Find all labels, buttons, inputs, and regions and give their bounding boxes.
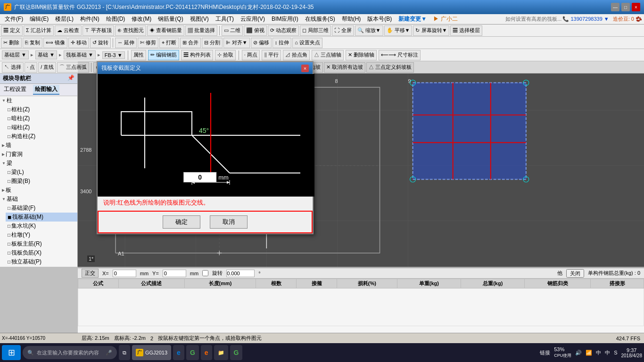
menu-component[interactable]: 构件(N) xyxy=(77,14,102,24)
menu-newchange[interactable]: 新建变更▼ xyxy=(396,14,429,24)
btn-split[interactable]: ⊟ 分割 xyxy=(202,38,223,48)
tree-raft[interactable]: ◼ 筏板基础(M) xyxy=(6,213,77,222)
btn-find[interactable]: ⊕ 查找图元 xyxy=(115,25,146,36)
btn-select[interactable]: ↖ 选择 xyxy=(2,62,24,73)
btn-cloud-check[interactable]: ☁ 云检查 xyxy=(55,25,82,36)
btn-trim[interactable]: ✄ 修剪 xyxy=(138,38,158,48)
btn-extend[interactable]: ↔ 延伸 xyxy=(115,38,137,48)
taskbar-edge[interactable]: e xyxy=(173,345,184,360)
tree-isolated[interactable]: □ 独立基础(P) xyxy=(6,257,77,266)
tree-opening[interactable]: ▶ 门窗洞 xyxy=(0,150,77,159)
tree-strip[interactable]: □ 条形基础(T) xyxy=(6,266,77,267)
section-settings[interactable]: 工程设置 xyxy=(2,85,28,95)
btn-dynamic[interactable]: ⟳ 动态观察 xyxy=(268,25,299,36)
bc-base-layer[interactable]: 基础层 ▼ xyxy=(2,50,29,59)
start-button[interactable]: ⊞ xyxy=(2,345,21,360)
btn-arc[interactable]: ⌒ 三点画弧 xyxy=(57,62,89,73)
menu-edit[interactable]: 编辑(E) xyxy=(27,14,51,24)
btn-screen-rotate[interactable]: ↻ 屏幕旋转▼ xyxy=(413,25,449,36)
menu-version[interactable]: 版本号(B) xyxy=(364,14,395,24)
menu-view[interactable]: 视图(V) xyxy=(187,14,212,24)
btn-pick-angle[interactable]: ⊿ 拾点角 xyxy=(283,50,310,60)
taskbar-browser2[interactable]: G xyxy=(186,345,199,360)
menu-online[interactable]: 在线服务(S) xyxy=(302,14,338,24)
btn-cancel-slope[interactable]: ✕ 取消所有边坡 xyxy=(324,62,365,73)
tree-beam-l[interactable]: □ 梁(L) xyxy=(6,168,77,177)
bc-raft[interactable]: 筏板基础 ▼ xyxy=(64,50,96,59)
dialog-close-button[interactable]: × xyxy=(301,65,309,72)
tree-neg-rebar[interactable]: □ 筏板负筋(X) xyxy=(6,248,77,257)
menu-cloud[interactable]: 云应用(V) xyxy=(238,14,268,24)
btn-two-point[interactable]: · 两点 xyxy=(242,50,260,60)
btn-parallel[interactable]: ∥ 平行 xyxy=(262,50,281,60)
tray-sgame[interactable]: S xyxy=(614,350,617,355)
section-depth-input[interactable] xyxy=(183,172,216,182)
menu-draw[interactable]: 绘图(D) xyxy=(103,14,128,24)
maximize-button[interactable]: □ xyxy=(621,3,630,11)
btn-break[interactable]: ⌖ 打断 xyxy=(159,38,179,48)
btn-dimension[interactable]: ⟵⟶ 尺寸标注 xyxy=(379,50,421,60)
task-view-btn[interactable]: ⧉ xyxy=(119,345,130,360)
btn-move[interactable]: ✛ 移动 xyxy=(68,38,89,48)
menu-modify[interactable]: 修改(M) xyxy=(129,14,154,24)
tree-structcol[interactable]: □ 构造柱(Z) xyxy=(6,132,77,141)
menu-tools[interactable]: 工具(T) xyxy=(213,14,237,24)
coord-y-input[interactable] xyxy=(163,270,186,277)
taskbar-files[interactable]: 📁 xyxy=(214,345,228,360)
tree-col[interactable]: ▼ 柱 xyxy=(0,96,77,105)
search-box[interactable]: 🔍 在这里输入你要搜索的内容 🎤 xyxy=(23,346,117,359)
taskbar-app-ggj[interactable]: 广 GGJ2013 xyxy=(132,345,171,360)
btn-stretch[interactable]: ↕ 拉伸 xyxy=(272,38,292,48)
menu-rebar[interactable]: 钢筋量(Q) xyxy=(155,14,186,24)
btn-select-layer[interactable]: ☰ 选择楼层 xyxy=(450,25,482,36)
tree-endcol[interactable]: □ 端柱(Z) xyxy=(6,123,77,132)
rotate-checkbox[interactable] xyxy=(202,270,208,276)
btn-align[interactable]: ⊫ 对齐▼ xyxy=(223,38,250,48)
menu-layer[interactable]: 楼层(L) xyxy=(52,14,76,24)
btn-view-rebar[interactable]: ◈ 查看钢筋量 xyxy=(147,25,184,36)
tray-volume[interactable]: 🔊 xyxy=(575,350,582,356)
close-button[interactable]: × xyxy=(632,3,640,11)
tray-input[interactable]: 中 xyxy=(605,349,610,356)
btn-three-axis[interactable]: △ 三点辅轴 xyxy=(312,50,344,60)
btn-2d[interactable]: ▭ 二维 xyxy=(222,25,243,36)
tree-main-rebar[interactable]: □ 板板主筋(R) xyxy=(6,239,77,248)
section-draw[interactable]: 绘图输入 xyxy=(33,85,59,95)
btn-calc[interactable]: Σ 汇总计算 xyxy=(24,25,54,36)
menu-help[interactable]: 帮助(H) xyxy=(339,14,364,24)
btn-align-top[interactable]: ⊤ 平齐板顶 xyxy=(83,25,114,36)
tray-network[interactable]: 📶 xyxy=(586,350,592,356)
tree-framecol[interactable]: □ 框柱(Z) xyxy=(6,105,77,114)
tree-ringbeam[interactable]: □ 圈梁(B) xyxy=(6,177,77,186)
btn-fullscreen[interactable]: ⛶ 全屏 xyxy=(332,25,354,36)
btn-copy[interactable]: ⎘ 复制 xyxy=(23,38,42,48)
btn-local-3d[interactable]: ◻ 局部三维 xyxy=(300,25,331,36)
btn-top-view[interactable]: ⬛ 俯视 xyxy=(244,25,267,36)
btn-point[interactable]: · 点 xyxy=(25,62,37,73)
tree-sump[interactable]: □ 集水坑(K) xyxy=(6,222,77,230)
taskbar-browser3[interactable]: e xyxy=(201,345,212,360)
tree-foundation[interactable]: ▼ 基础 xyxy=(0,195,77,204)
btn-pick[interactable]: ⊹ 拾取 xyxy=(215,50,236,60)
bc-foundation[interactable]: 基础 ▼ xyxy=(35,50,57,59)
btn-property[interactable]: 属性 xyxy=(131,50,146,60)
tree-beam[interactable]: ▼ 梁 xyxy=(0,159,77,168)
close-panel-btn[interactable]: 关闭 xyxy=(566,269,584,278)
btn-zoom[interactable]: 🔍 缩放▼ xyxy=(355,25,383,36)
btn-merge[interactable]: ⊞ 合并 xyxy=(180,38,201,48)
btn-grip[interactable]: ⌂ 设置夹点 xyxy=(292,38,322,48)
dialog-cancel-button[interactable]: 取消 xyxy=(210,215,248,229)
btn-del-axis[interactable]: ✕ 删除辅轴 xyxy=(346,50,377,60)
menu-ad[interactable]: ▶ 广小二 xyxy=(430,14,460,24)
btn-component-list[interactable]: ☰ 构件列表 xyxy=(181,50,213,60)
sidebar-pin[interactable]: 📌 xyxy=(67,74,74,82)
taskbar-ggj2[interactable]: G xyxy=(230,345,243,360)
btn-pan[interactable]: ✋ 平移▼ xyxy=(384,25,413,36)
rotate-input[interactable] xyxy=(226,270,255,277)
minimize-button[interactable]: — xyxy=(611,3,619,11)
btn-batch-select[interactable]: ▦ 批量选择 xyxy=(185,25,217,36)
btn-line[interactable]: / 直线 xyxy=(38,62,56,73)
tree-darkcol[interactable]: □ 暗柱(Z) xyxy=(6,114,77,123)
dialog-confirm-button[interactable]: 确定 xyxy=(163,215,200,229)
btn-delete[interactable]: ✂ 删除 xyxy=(1,38,22,48)
